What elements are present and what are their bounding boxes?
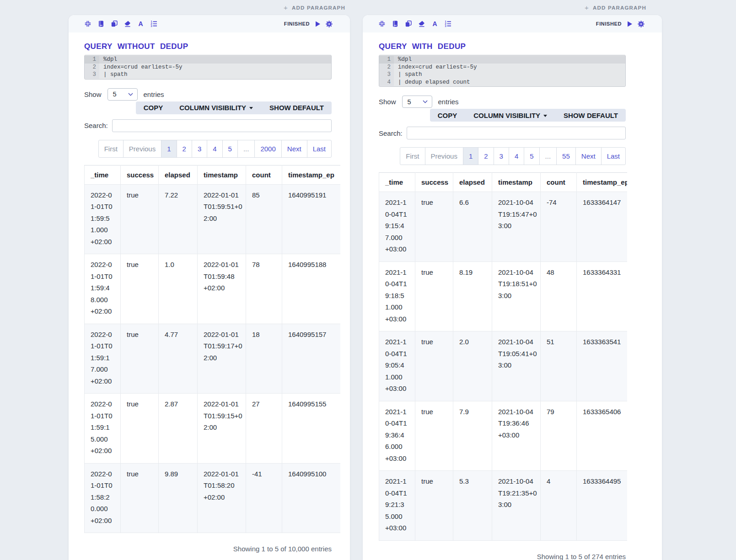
search-input[interactable] [407, 127, 626, 139]
code-line: 3| spath [85, 71, 331, 79]
column-header-success[interactable]: success [121, 165, 159, 184]
add-paragraph-button[interactable]: + ADD PARAGRAPH [284, 4, 345, 11]
column-header-time[interactable]: _time [379, 173, 415, 192]
copy-button[interactable]: COPY [438, 112, 457, 119]
plus-icon: + [585, 4, 589, 11]
pagination-page-last-number[interactable]: 55 [556, 148, 575, 165]
search-input[interactable] [112, 119, 332, 132]
column-header-count[interactable]: count [541, 173, 577, 192]
table-cell: true [121, 184, 159, 254]
pagination-page-4[interactable]: 4 [207, 140, 222, 157]
pagination-last[interactable]: Last [307, 140, 331, 157]
column-header-timestamp-epoch[interactable]: timestamp_ep [282, 165, 341, 184]
pagination-next[interactable]: Next [575, 148, 601, 165]
pagination-first[interactable]: First [99, 140, 123, 157]
run-paragraph-icon[interactable] [626, 21, 633, 27]
collapse-icon[interactable] [84, 21, 91, 27]
pagination-first[interactable]: First [400, 148, 424, 165]
page-title: QUERY WITHOUT DEDUP [84, 42, 332, 51]
table-cell: 1633365406 [577, 401, 628, 471]
ordered-list-icon[interactable]: 123 [150, 21, 157, 27]
column-header-elapsed[interactable]: elapsed [453, 173, 492, 192]
pagination-previous[interactable]: Previous [123, 140, 161, 157]
pagination-page-4[interactable]: 4 [509, 148, 524, 165]
page-size-select[interactable]: 5 [107, 88, 138, 101]
table-cell: true [415, 471, 453, 541]
table-cell: 2022-0 1-01T0 1:59:4 8.000 +02:00 [85, 254, 121, 324]
table-cell: true [121, 324, 159, 394]
pagination-previous[interactable]: Previous [425, 148, 463, 165]
ordered-list-icon[interactable]: 123 [445, 21, 451, 27]
table-cell: 2022-0 1-01T0 1:59:1 5.000 +02:00 [85, 394, 121, 464]
copy-paragraph-icon[interactable] [111, 21, 118, 27]
collapse-icon[interactable] [378, 21, 385, 27]
table-cell: 48 [541, 261, 577, 331]
chevron-down-icon [128, 93, 133, 96]
pagination-page-1[interactable]: 1 [463, 148, 478, 165]
results-table-wrapper[interactable]: _time success elapsed timestamp count ti… [379, 172, 627, 541]
pagination-last[interactable]: Last [601, 148, 625, 165]
status-badge: FINISHED [596, 21, 622, 27]
code-editor[interactable]: 1%dpl2index=crud earliest=-5y3| spath [84, 55, 332, 80]
eraser-icon[interactable] [124, 21, 131, 27]
table-cell: 4 [541, 471, 577, 541]
column-header-count[interactable]: count [246, 165, 282, 184]
table-cell: true [415, 331, 453, 401]
table-cell: 1640995191 [282, 184, 341, 254]
column-header-timestamp[interactable]: timestamp [198, 165, 246, 184]
run-paragraph-icon[interactable] [314, 21, 321, 27]
column-visibility-button[interactable]: COLUMN VISIBILITY [179, 104, 253, 112]
gear-icon[interactable] [326, 21, 333, 27]
show-label: Show [84, 91, 102, 98]
font-size-icon[interactable]: A [431, 21, 438, 27]
page-size-select[interactable]: 5 [402, 96, 432, 108]
line-number: 2 [379, 64, 394, 71]
pagination-page-3[interactable]: 3 [192, 140, 207, 157]
pagination-page-2[interactable]: 2 [177, 140, 192, 157]
pagination-page-1[interactable]: 1 [161, 140, 176, 157]
table-cell: 2022-0 1-01T0 1:58:2 0.000 +02:00 [85, 463, 121, 533]
results-table-wrapper[interactable]: _time success elapsed timestamp count ti… [84, 165, 340, 533]
table-cell: 51 [541, 331, 577, 401]
copy-paragraph-icon[interactable] [405, 21, 412, 27]
table-cell: 2022-01-01 T01:59:17+0 2:00 [198, 324, 246, 394]
pagination-page-5[interactable]: 5 [222, 140, 237, 157]
page-title: QUERY WITH DEDUP [379, 42, 626, 51]
pagination-page-last-number[interactable]: 2000 [254, 140, 281, 157]
svg-text:3: 3 [150, 25, 152, 27]
notebook-icon[interactable] [97, 21, 104, 27]
pagination-page-2[interactable]: 2 [478, 148, 493, 165]
notebook-icon[interactable] [392, 21, 398, 27]
eraser-icon[interactable] [418, 21, 425, 27]
table-cell: 2022-01-01 T01:59:15+0 2:00 [198, 394, 246, 464]
table-cell: 7.22 [159, 184, 198, 254]
table-row: 2022-0 1-01T0 1:59:5 1.000 +02:00true7.2… [85, 184, 341, 254]
pagination-next[interactable]: Next [281, 140, 307, 157]
table-cell: 1640995157 [282, 324, 341, 394]
table-cell: 1633364495 [577, 471, 628, 541]
column-header-timestamp[interactable]: timestamp [492, 173, 541, 192]
table-cell: 85 [246, 184, 282, 254]
code-editor[interactable]: 1%dpl2index=crud earliest=-5y3| spath4| … [379, 55, 626, 87]
status-badge: FINISHED [284, 21, 310, 27]
code-text: index=crud earliest=-5y [99, 64, 183, 71]
table-cell: 5.3 [453, 471, 492, 541]
column-header-elapsed[interactable]: elapsed [159, 165, 198, 184]
column-header-time[interactable]: _time [85, 165, 121, 184]
copy-button[interactable]: COPY [144, 104, 163, 112]
paragraph-toolbar: A 123 FINISHED [363, 15, 662, 32]
pagination-page-3[interactable]: 3 [494, 148, 509, 165]
add-paragraph-button[interactable]: + ADD PARAGRAPH [585, 4, 646, 11]
table-cell: 2.0 [453, 331, 492, 401]
gear-icon[interactable] [638, 21, 645, 27]
table-cell: 2022-0 1-01T0 1:59:5 1.000 +02:00 [85, 184, 121, 254]
pagination-page-5[interactable]: 5 [524, 148, 539, 165]
show-default-button[interactable]: SHOW DEFAULT [564, 112, 618, 119]
column-visibility-button[interactable]: COLUMN VISIBILITY [473, 112, 547, 119]
caret-down-icon [543, 115, 547, 117]
show-default-button[interactable]: SHOW DEFAULT [269, 104, 324, 112]
column-header-timestamp-epoch[interactable]: timestamp_ep [577, 173, 628, 192]
column-header-success[interactable]: success [415, 173, 453, 192]
entries-label: entries [438, 98, 459, 106]
font-size-icon[interactable]: A [137, 21, 144, 27]
